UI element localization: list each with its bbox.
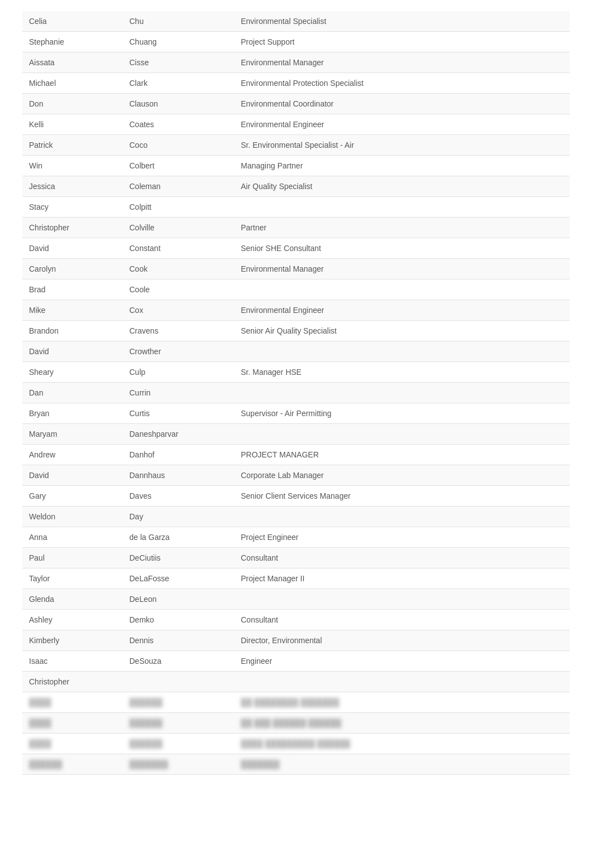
first-name-cell: Patrick [22, 135, 123, 156]
table-row-blurred: ████████████ ███ ██████ ██████ [22, 713, 570, 734]
table-row[interactable]: CeliaChuEnvironmental Specialist [22, 11, 570, 32]
table-row[interactable]: MichaelClarkEnvironmental Protection Spe… [22, 73, 570, 94]
table-row[interactable]: GlendaDeLeon [22, 589, 570, 610]
last-name-cell: Clark [123, 73, 234, 94]
last-name-cell: Dennis [123, 630, 234, 651]
last-name-cell: Coates [123, 114, 234, 135]
table-row[interactable]: AndrewDanhofPROJECT MANAGER [22, 445, 570, 465]
title-cell: Environmental Specialist [234, 11, 570, 32]
table-row[interactable]: ChristopherColvillePartner [22, 218, 570, 238]
first-name-cell: Dan [22, 383, 123, 403]
first-name-cell: Kelli [22, 114, 123, 135]
title-cell: Senior Client Services Manager [234, 486, 570, 507]
title-cell-blurred: ████ █████████ ██████ [234, 734, 570, 754]
last-name-cell: Coco [123, 135, 234, 156]
table-row[interactable]: Christopher [22, 672, 570, 692]
table-row[interactable]: IsaacDeSouzaEngineer [22, 651, 570, 672]
table-row[interactable]: DavidDannhausCorporate Lab Manager [22, 465, 570, 486]
first-name-cell-blurred: ████ [22, 713, 123, 734]
last-name-cell: Colbert [123, 156, 234, 176]
last-name-cell [123, 672, 234, 692]
last-name-cell: Danhof [123, 445, 234, 465]
table-row[interactable]: CarolynCookEnvironmental Manager [22, 259, 570, 279]
last-name-cell: Demko [123, 610, 234, 630]
title-cell: Environmental Manager [234, 259, 570, 279]
table-row[interactable]: ShearyCulpSr. Manager HSE [22, 362, 570, 383]
first-name-cell-blurred: ████ [22, 692, 123, 713]
first-name-cell: Andrew [22, 445, 123, 465]
last-name-cell: Coleman [123, 176, 234, 197]
table-row[interactable]: BrandonCravensSenior Air Quality Special… [22, 321, 570, 341]
first-name-cell: Carolyn [22, 259, 123, 279]
first-name-cell: Weldon [22, 507, 123, 527]
title-cell: Project Engineer [234, 527, 570, 548]
title-cell: Environmental Engineer [234, 114, 570, 135]
title-cell [234, 424, 570, 445]
last-name-cell: Cook [123, 259, 234, 279]
first-name-cell: Win [22, 156, 123, 176]
title-cell: Consultant [234, 548, 570, 568]
title-cell [234, 341, 570, 362]
people-table: CeliaChuEnvironmental SpecialistStephani… [22, 11, 570, 775]
table-row[interactable]: StacyColpitt [22, 197, 570, 218]
last-name-cell: Coole [123, 279, 234, 300]
title-cell-blurred: ██ ████████ ███████ [234, 692, 570, 713]
table-row[interactable]: KimberlyDennisDirector, Environmental [22, 630, 570, 651]
last-name-cell: Crowther [123, 341, 234, 362]
last-name-cell: Daves [123, 486, 234, 507]
last-name-cell: Chuang [123, 32, 234, 52]
table-row[interactable]: WinColbertManaging Partner [22, 156, 570, 176]
last-name-cell: Colville [123, 218, 234, 238]
first-name-cell: Aissata [22, 52, 123, 73]
first-name-cell: David [22, 465, 123, 486]
title-cell [234, 383, 570, 403]
first-name-cell: Glenda [22, 589, 123, 610]
table-row[interactable]: PaulDeCiutiisConsultant [22, 548, 570, 568]
title-cell [234, 507, 570, 527]
table-row[interactable]: AissataCisseEnvironmental Manager [22, 52, 570, 73]
title-cell: PROJECT MANAGER [234, 445, 570, 465]
table-row[interactable]: WeldonDay [22, 507, 570, 527]
last-name-cell: Cox [123, 300, 234, 321]
last-name-cell-blurred: ███████ [123, 754, 234, 775]
title-cell: Senior Air Quality Specialist [234, 321, 570, 341]
last-name-cell: Colpitt [123, 197, 234, 218]
table-row[interactable]: GaryDavesSenior Client Services Manager [22, 486, 570, 507]
table-row[interactable]: TaylorDeLaFosseProject Manager II [22, 568, 570, 589]
table-row[interactable]: DavidCrowther [22, 341, 570, 362]
first-name-cell: Paul [22, 548, 123, 568]
table-row-blurred: ██████████████ █████████ ██████ [22, 734, 570, 754]
table-row[interactable]: KelliCoatesEnvironmental Engineer [22, 114, 570, 135]
table-row-blurred: ████████████████████ [22, 754, 570, 775]
table-row[interactable]: StephanieChuangProject Support [22, 32, 570, 52]
last-name-cell: Curtis [123, 403, 234, 424]
last-name-cell: DeLeon [123, 589, 234, 610]
title-cell: Director, Environmental [234, 630, 570, 651]
table-row[interactable]: PatrickCocoSr. Environmental Specialist … [22, 135, 570, 156]
title-cell: Environmental Coordinator [234, 94, 570, 114]
table-row[interactable]: DavidConstantSenior SHE Consultant [22, 238, 570, 259]
first-name-cell: Christopher [22, 218, 123, 238]
table-row[interactable]: DanCurrin [22, 383, 570, 403]
title-cell: Environmental Protection Specialist [234, 73, 570, 94]
last-name-cell: de la Garza [123, 527, 234, 548]
first-name-cell-blurred: ██████ [22, 754, 123, 775]
title-cell: Sr. Manager HSE [234, 362, 570, 383]
first-name-cell: Christopher [22, 672, 123, 692]
table-row[interactable]: BryanCurtisSupervisor - Air Permitting [22, 403, 570, 424]
table-row[interactable]: BradCoole [22, 279, 570, 300]
last-name-cell-blurred: ██████ [123, 692, 234, 713]
first-name-cell: Jessica [22, 176, 123, 197]
table-row[interactable]: AshleyDemkoConsultant [22, 610, 570, 630]
last-name-cell-blurred: ██████ [123, 734, 234, 754]
table-row[interactable]: DonClausonEnvironmental Coordinator [22, 94, 570, 114]
table-row[interactable]: MaryamDaneshparvar [22, 424, 570, 445]
table-row[interactable]: JessicaColemanAir Quality Specialist [22, 176, 570, 197]
first-name-cell: Brandon [22, 321, 123, 341]
last-name-cell: Daneshparvar [123, 424, 234, 445]
title-cell [234, 279, 570, 300]
title-cell: Supervisor - Air Permitting [234, 403, 570, 424]
table-row[interactable]: MikeCoxEnvironmental Engineer [22, 300, 570, 321]
title-cell: Sr. Environmental Specialist - Air [234, 135, 570, 156]
table-row[interactable]: Annade la GarzaProject Engineer [22, 527, 570, 548]
